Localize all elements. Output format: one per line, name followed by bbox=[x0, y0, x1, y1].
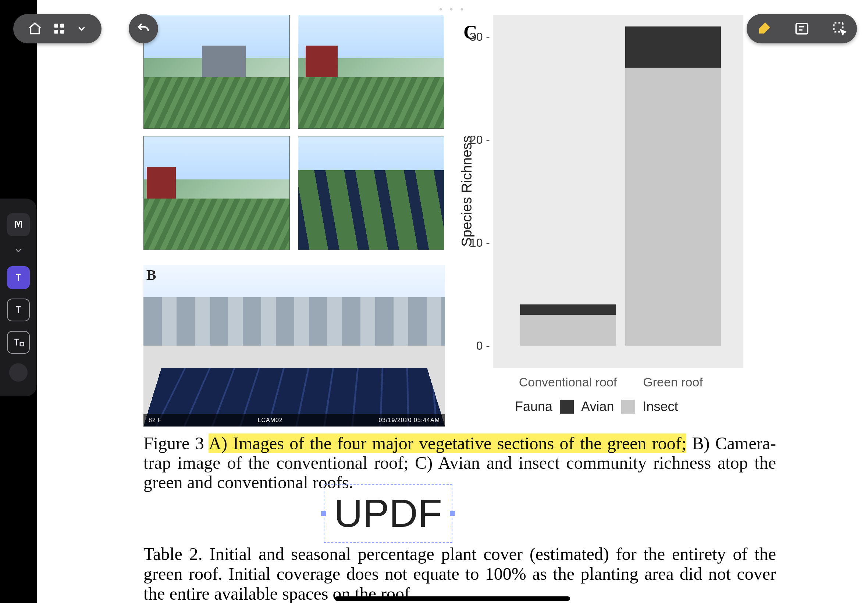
side-tool-panel bbox=[0, 199, 37, 396]
figure-3: A B 82 F LCAM02 03/19/2020 05:44AM bbox=[144, 15, 776, 419]
ytick-20: 20 - bbox=[468, 133, 490, 147]
ytick-10: 10 - bbox=[468, 236, 490, 250]
text-annot-icon[interactable] bbox=[794, 21, 809, 36]
legend-label-avian: Avian bbox=[581, 399, 614, 414]
panel-label-b: B bbox=[146, 266, 156, 283]
tool-text-active[interactable] bbox=[7, 266, 30, 289]
grid-icon[interactable] bbox=[53, 22, 66, 35]
text-annotation-box[interactable]: UPDF bbox=[324, 484, 452, 543]
xcat-1: Green roof bbox=[614, 375, 732, 390]
tool-text-box[interactable] bbox=[7, 331, 30, 354]
undo-button[interactable] bbox=[129, 14, 158, 43]
home-indicator[interactable] bbox=[335, 596, 570, 601]
svg-rect-1 bbox=[60, 24, 64, 28]
highlighter-icon[interactable] bbox=[756, 21, 772, 36]
table-2-caption: Table 2. Initial and seasonal percentage… bbox=[144, 544, 776, 603]
green-roof-photo-1: A bbox=[144, 15, 290, 129]
svg-rect-3 bbox=[60, 30, 64, 34]
bar-green-roof-avian bbox=[625, 26, 721, 68]
xcat-0: Conventional roof bbox=[509, 375, 627, 390]
figure-3a-photos: A B 82 F LCAM02 03/19/2020 05:44AM bbox=[144, 15, 445, 419]
tool-text-style[interactable] bbox=[7, 213, 30, 236]
chevron-down-icon[interactable] bbox=[14, 246, 23, 257]
bar-conventional-roof-insect bbox=[520, 315, 616, 346]
tool-color-swatch[interactable] bbox=[9, 363, 28, 382]
legend-title: Fauna bbox=[515, 399, 552, 414]
camera-trap-infobar: 82 F LCAM02 03/19/2020 05:44AM bbox=[144, 414, 445, 427]
annotate-tool-pill bbox=[747, 14, 857, 43]
cam-timestamp: 03/19/2020 05:44AM bbox=[379, 414, 440, 427]
chart-legend: Fauna Avian Insect bbox=[515, 399, 678, 414]
bar-green-roof-insect bbox=[625, 68, 721, 346]
cam-id: LCAM02 bbox=[258, 414, 283, 427]
home-icon[interactable] bbox=[28, 21, 42, 36]
legend-swatch-avian bbox=[560, 400, 574, 414]
chevron-down-icon[interactable] bbox=[76, 23, 87, 34]
green-roof-photo-4 bbox=[298, 136, 444, 250]
bar-conventional-roof-avian bbox=[520, 305, 616, 315]
overflow-dots[interactable]: • • • bbox=[439, 4, 466, 15]
svg-rect-0 bbox=[54, 24, 59, 28]
ytick-30: 30 - bbox=[468, 30, 490, 44]
green-roof-photo-3 bbox=[144, 136, 290, 250]
caption-lead: Figure 3 bbox=[144, 433, 209, 453]
svg-rect-2 bbox=[54, 30, 59, 34]
figure-3-caption: Figure 3 A) Images of the four major veg… bbox=[144, 434, 776, 492]
tool-text-plain[interactable] bbox=[7, 298, 30, 322]
text-annotation-content[interactable]: UPDF bbox=[334, 493, 442, 533]
svg-rect-6 bbox=[20, 342, 24, 346]
figure-3c-chart: C Species Richness Fauna Avian Insect 0 … bbox=[463, 15, 743, 419]
svg-rect-4 bbox=[796, 23, 808, 34]
figure-3b-camera-trap: B 82 F LCAM02 03/19/2020 05:44AM bbox=[144, 265, 445, 427]
caption-highlighted[interactable]: A) Images of the four major vegetative s… bbox=[209, 433, 686, 453]
legend-label-insect: Insect bbox=[642, 399, 678, 414]
document-page: • • • A B 82 F LCAM02 bbox=[37, 0, 868, 603]
chart-ylabel: Species Richness bbox=[459, 136, 475, 247]
ytick-0: 0 - bbox=[468, 339, 490, 353]
cam-temp: 82 F bbox=[149, 414, 162, 427]
nav-pill bbox=[13, 14, 102, 43]
green-roof-photo-2 bbox=[298, 15, 444, 129]
select-tool-icon[interactable] bbox=[832, 21, 847, 36]
legend-swatch-insect bbox=[621, 400, 635, 414]
